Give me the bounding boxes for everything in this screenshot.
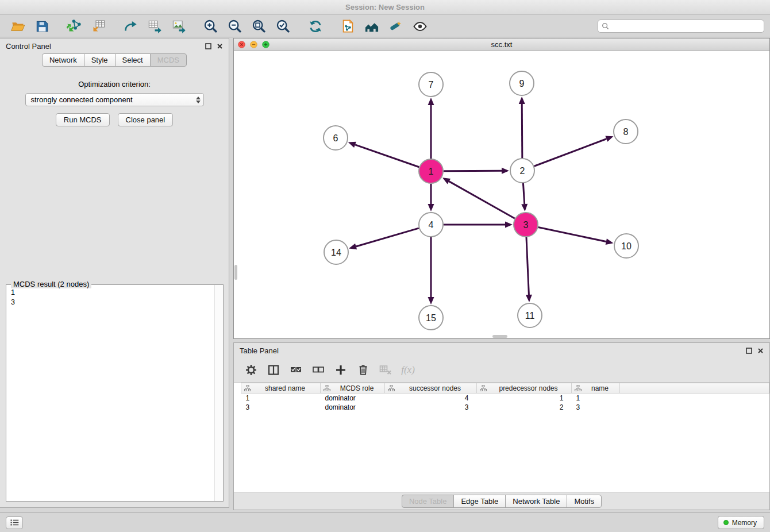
graph-node-15[interactable]: 15 xyxy=(419,306,443,330)
graph-edge-1-6[interactable] xyxy=(348,142,419,167)
graph-node-4[interactable]: 4 xyxy=(419,213,443,237)
tab-mcds[interactable]: MCDS xyxy=(150,53,187,67)
show-hide-button[interactable] xyxy=(408,17,432,36)
zoom-selected-button[interactable] xyxy=(271,17,295,36)
graph-node-10[interactable]: 10 xyxy=(614,234,638,258)
column-header-MCDS-role[interactable]: MCDS role xyxy=(321,383,385,394)
graph-edge-4-14[interactable] xyxy=(349,228,419,249)
table-tab-motifs[interactable]: Motifs xyxy=(567,495,602,508)
minimize-window-button[interactable] xyxy=(250,41,257,48)
export-image-button[interactable] xyxy=(167,17,191,36)
float-panel-button[interactable] xyxy=(205,43,211,49)
save-session-button[interactable] xyxy=(30,17,54,36)
mcds-result-box: MCDS result (2 nodes) 13 xyxy=(6,284,224,502)
delete-table-button[interactable] xyxy=(378,362,394,378)
graph-edge-1-4[interactable] xyxy=(428,184,434,211)
network-from-document-button[interactable] xyxy=(336,17,360,36)
graph-edge-1-7[interactable] xyxy=(428,98,434,159)
apply-layout-icon xyxy=(307,18,324,34)
minimize-traffic-icon xyxy=(250,41,257,48)
graph-node-6[interactable]: 6 xyxy=(324,126,348,150)
application-window: Session: New Session xyxy=(0,0,770,532)
table-tab-edge-table[interactable]: Edge Table xyxy=(453,495,506,508)
zoom-out-button[interactable] xyxy=(223,17,247,36)
result-scrollbar[interactable] xyxy=(214,285,223,501)
paint-filter-button[interactable] xyxy=(384,17,408,36)
zoom-in-button[interactable] xyxy=(199,17,223,36)
graph-edge-3-10[interactable] xyxy=(538,228,614,245)
graph-node-9[interactable]: 9 xyxy=(510,71,534,95)
apply-layout-button[interactable] xyxy=(303,17,328,36)
table-tab-network-table[interactable]: Network Table xyxy=(505,495,567,508)
table-row[interactable]: 3dominator323 xyxy=(241,403,769,412)
svg-text:7: 7 xyxy=(429,80,434,90)
run-mcds-button[interactable]: Run MCDS xyxy=(56,113,110,126)
graph-edge-1-2[interactable] xyxy=(444,168,509,174)
table-row[interactable]: 1dominator411 xyxy=(241,394,769,403)
vertical-scrollbar-handle[interactable] xyxy=(234,265,237,280)
graph-node-8[interactable]: 8 xyxy=(614,119,638,144)
graph-edge-2-8[interactable] xyxy=(534,136,614,167)
graph-node-11[interactable]: 11 xyxy=(518,303,542,327)
panel-menu-button[interactable] xyxy=(6,516,23,529)
table-settings-button[interactable] xyxy=(243,362,259,378)
graph-node-14[interactable]: 14 xyxy=(324,240,348,264)
close-panel-action-button[interactable]: Close panel xyxy=(118,113,174,126)
zoom-selected-icon xyxy=(275,18,291,34)
import-network-button[interactable] xyxy=(62,17,86,36)
close-window-button[interactable] xyxy=(238,41,245,48)
graph-node-1[interactable]: 1 xyxy=(419,159,443,183)
open-file-button[interactable] xyxy=(6,17,30,36)
svg-text:3: 3 xyxy=(523,220,529,230)
mcds-result-values: 13 xyxy=(6,285,223,310)
memory-button[interactable]: Memory xyxy=(718,516,764,529)
tab-select[interactable]: Select xyxy=(115,53,151,67)
export-network-button[interactable] xyxy=(118,17,143,36)
column-header-successor-nodes[interactable]: successor nodes xyxy=(385,383,477,394)
search-input[interactable] xyxy=(611,22,760,30)
svg-text:4: 4 xyxy=(429,220,434,230)
graph-edge-4-3[interactable] xyxy=(444,222,513,228)
control-panel-title: Control Panel xyxy=(6,42,51,51)
close-traffic-icon xyxy=(238,41,245,48)
svg-text:14: 14 xyxy=(331,248,341,257)
zoom-traffic-icon xyxy=(262,41,270,48)
horizontal-scrollbar-handle[interactable] xyxy=(492,335,507,338)
column-header-name[interactable]: name xyxy=(572,383,620,394)
create-column-button[interactable] xyxy=(333,362,349,378)
import-table-button[interactable] xyxy=(86,17,110,36)
column-header-predecessor-nodes[interactable]: predecessor nodes xyxy=(477,383,572,394)
criterion-select[interactable]: strongly connected component xyxy=(25,93,204,106)
graph-edge-3-1[interactable] xyxy=(442,178,515,218)
main-toolbar xyxy=(0,16,770,37)
node-table-area: shared nameMCDS rolesuccessor nodesprede… xyxy=(234,382,769,492)
close-panel-button[interactable] xyxy=(217,43,223,49)
zoom-out-icon xyxy=(227,18,243,34)
column-tree-icon xyxy=(324,385,330,391)
table-tab-node-table[interactable]: Node Table xyxy=(402,495,455,508)
show-columns-button[interactable] xyxy=(265,362,282,378)
tab-network[interactable]: Network xyxy=(42,53,84,67)
network-canvas[interactable]: 7968124314101511 xyxy=(234,51,769,338)
open-folder-icon xyxy=(10,18,26,34)
graph-node-3[interactable]: 3 xyxy=(514,213,538,237)
graph-edge-4-15[interactable] xyxy=(428,237,434,304)
function-builder-button[interactable]: f(x) xyxy=(400,362,416,378)
delete-column-button[interactable] xyxy=(355,362,371,378)
column-header-shared-name[interactable]: shared name xyxy=(241,383,321,394)
graph-edge-2-9[interactable] xyxy=(519,97,525,158)
graph-edge-2-3[interactable] xyxy=(521,183,528,211)
export-table-button[interactable] xyxy=(143,17,167,36)
graph-edge-3-11[interactable] xyxy=(526,237,532,302)
zoom-fit-button[interactable] xyxy=(247,17,271,36)
first-neighbors-button[interactable] xyxy=(360,17,384,36)
graph-node-7[interactable]: 7 xyxy=(419,72,443,97)
deselect-all-columns-button[interactable] xyxy=(310,362,326,378)
zoom-window-button[interactable] xyxy=(262,41,270,48)
table-panel-title: Table Panel xyxy=(240,346,279,355)
float-table-panel-button[interactable] xyxy=(746,348,752,354)
close-table-panel-button[interactable] xyxy=(757,348,764,354)
select-all-columns-button[interactable] xyxy=(288,362,304,378)
tab-style[interactable]: Style xyxy=(84,53,116,67)
graph-node-2[interactable]: 2 xyxy=(510,159,534,183)
